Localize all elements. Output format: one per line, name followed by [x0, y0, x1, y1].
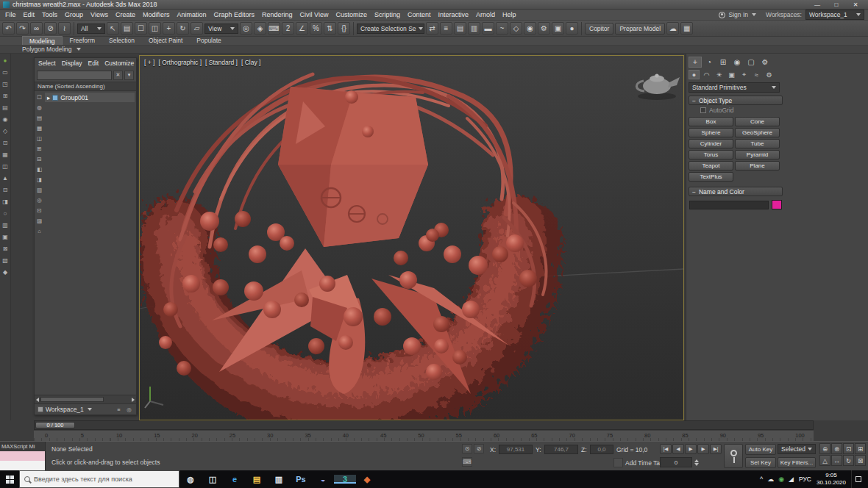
action-center-button[interactable]	[851, 470, 864, 488]
rendered-frame-window-icon[interactable]: ▣	[552, 22, 564, 35]
menu-item[interactable]: Select	[35, 58, 59, 68]
selection-set-key-dropdown[interactable]: Selected	[778, 444, 816, 454]
menu-item[interactable]: Civil View	[296, 10, 332, 21]
select-and-scale-icon[interactable]: ▱	[191, 22, 203, 35]
geometry-icon[interactable]: ●	[689, 70, 700, 79]
set-key-button[interactable]: Set Key	[745, 457, 776, 468]
select-and-rotate-icon[interactable]: ↻	[177, 22, 189, 35]
object-type-button[interactable]: Box	[689, 117, 733, 126]
object-type-button[interactable]: Pyramid	[735, 150, 780, 159]
view-align-dropdown[interactable]: View	[204, 24, 238, 34]
spinner-snap-icon[interactable]: ⇅	[324, 22, 336, 35]
explorer-column-header[interactable]: Name (Sorted Ascending)	[35, 82, 136, 91]
menu-item[interactable]: Content	[404, 10, 435, 21]
mirror-icon[interactable]: ⇄	[426, 22, 438, 35]
viewport-preset-menu[interactable]: [ Standard ]	[205, 59, 238, 66]
keyboard-override-icon[interactable]: ⌨	[268, 22, 280, 35]
select-object-icon[interactable]: ↖	[107, 22, 119, 35]
menu-item[interactable]: Modifiers	[139, 10, 174, 21]
object-type-button[interactable]: Teapot	[689, 161, 733, 171]
menu-item[interactable]: Arnold	[472, 10, 499, 21]
explorer-toggle-icon[interactable]: ◫	[35, 134, 43, 143]
render-in-cloud-icon[interactable]: ☁	[666, 22, 679, 35]
zoom-extents-icon[interactable]: ⊡	[843, 443, 854, 454]
language-indicator[interactable]: РУС	[799, 476, 811, 483]
dock-tool-icon[interactable]: ⊞	[1, 91, 10, 100]
clear-search-icon[interactable]: ✕	[113, 71, 123, 80]
object-color-swatch[interactable]	[772, 200, 782, 209]
display-tab-icon[interactable]: ▢	[744, 57, 758, 68]
task-view-icon[interactable]: ◫	[202, 475, 224, 484]
menu-item[interactable]: Create	[112, 10, 139, 21]
window-crossing-icon[interactable]: ◫	[149, 22, 161, 35]
listener-pane[interactable]	[0, 461, 45, 470]
workspace-dropdown[interactable]: Workspace_1	[805, 10, 864, 20]
orbit-icon[interactable]: ↻	[843, 455, 854, 466]
explorer-hscrollbar[interactable]	[35, 395, 136, 403]
viewport-pov-menu[interactable]: [ Orthographic ]	[158, 59, 202, 66]
viewport-shading-menu[interactable]: [ Clay ]	[241, 59, 260, 66]
select-and-move-icon[interactable]: +	[163, 22, 175, 35]
scroll-left-icon[interactable]	[36, 398, 39, 402]
auto-key-button[interactable]: Auto Key	[745, 444, 776, 455]
dock-tool-icon[interactable]: ○	[1, 209, 10, 218]
select-and-manipulate-icon[interactable]: ◈	[254, 22, 266, 35]
viewport-indicator-icon[interactable]: ●	[1, 56, 10, 65]
set-key-mode-toggle[interactable]	[724, 444, 743, 468]
z-coordinate-field[interactable]: 0,0	[590, 445, 613, 454]
prepare-model-button[interactable]: Prepare Model	[615, 23, 665, 35]
systems-icon[interactable]: ⚙	[764, 70, 775, 79]
explorer-toggle-icon[interactable]: ▦	[35, 124, 43, 132]
cameras-icon[interactable]: ▣	[726, 70, 737, 79]
menu-item[interactable]: Group	[61, 10, 87, 21]
dock-tool-icon[interactable]: ⊠	[1, 244, 10, 253]
dock-tool-icon[interactable]: ◆	[1, 268, 10, 276]
minimize-button[interactable]: —	[808, 0, 827, 9]
object-type-button[interactable]: GeoSphere	[735, 128, 780, 137]
menu-item[interactable]: Customize	[332, 10, 371, 21]
taskbar-search[interactable]: Введите здесь текст для поиска	[19, 470, 179, 488]
go-to-start-icon[interactable]: |◀	[660, 444, 672, 454]
utilities-tab-icon[interactable]: ⚙	[758, 57, 772, 68]
undo-icon[interactable]: ↶	[2, 22, 15, 35]
onedrive-icon[interactable]: ☁	[767, 476, 774, 483]
edge-icon[interactable]: e	[224, 475, 246, 484]
copitor-button[interactable]: Copitor	[585, 23, 613, 35]
primitive-category-dropdown[interactable]: Standard Primitives	[689, 82, 780, 93]
zoom-all-icon[interactable]: ⊛	[831, 443, 842, 454]
autodesk-360-icon[interactable]: ▦	[680, 22, 693, 35]
photoshop-icon[interactable]: Ps	[290, 475, 312, 484]
dock-tool-icon[interactable]: ▣	[1, 232, 10, 241]
toolbar-options-icon[interactable]: ≡	[115, 406, 123, 414]
keyboard-shortcut-icon[interactable]: ⌨	[462, 457, 472, 467]
menu-item[interactable]: Interactive	[434, 10, 472, 21]
modify-tab-icon[interactable]: ◔	[702, 57, 716, 68]
helpers-icon[interactable]: ⌖	[739, 70, 750, 79]
pan-icon[interactable]: ↔	[831, 455, 842, 466]
ribbon-tab[interactable]: Selection	[102, 36, 141, 45]
time-slider-handle[interactable]: 0 / 100	[35, 422, 75, 428]
viewport-general-menu[interactable]: [ + ]	[144, 59, 154, 66]
explorer-search-input[interactable]	[37, 71, 112, 80]
angle-snap-icon[interactable]: ∠	[296, 22, 308, 35]
macro-recorder-pane[interactable]	[0, 451, 45, 461]
autogrid-checkbox[interactable]: AutoGrid	[700, 107, 783, 114]
ribbon-tab[interactable]: Populate	[190, 36, 228, 45]
explorer-toggle-icon[interactable]: ⊟	[35, 155, 43, 163]
menu-item[interactable]: Help	[499, 10, 520, 21]
dock-tool-icon[interactable]: ▥	[1, 220, 10, 229]
motion-tab-icon[interactable]: ◉	[730, 57, 744, 68]
explorer-toggle-icon[interactable]: ▥	[35, 186, 43, 194]
sign-in-button[interactable]: Sign In	[729, 11, 748, 18]
previous-frame-icon[interactable]: ◀	[672, 444, 684, 454]
isolate-selection-icon[interactable]: ⊙	[462, 444, 472, 453]
object-type-button[interactable]: Torus	[689, 150, 733, 159]
render-production-icon[interactable]: ●	[566, 22, 578, 35]
discord-icon[interactable]: ◒	[312, 475, 334, 484]
next-frame-icon[interactable]: ▶	[697, 444, 709, 454]
schematic-view-icon[interactable]: ◇	[510, 22, 522, 35]
object-type-button[interactable]: TextPlus	[689, 172, 733, 182]
close-button[interactable]: ✕	[846, 0, 865, 9]
menu-item[interactable]: Animation	[173, 10, 210, 21]
lights-icon[interactable]: ☀	[714, 70, 725, 79]
